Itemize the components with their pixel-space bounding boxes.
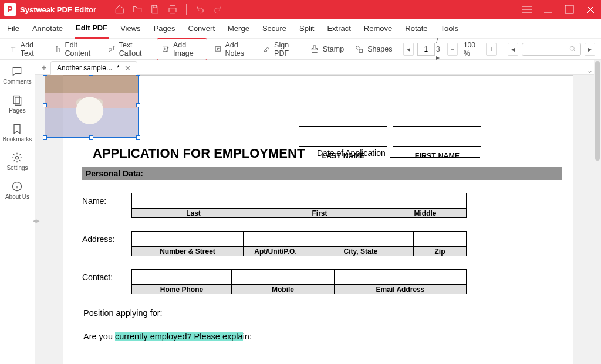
page-current-input[interactable]: [417, 43, 435, 56]
menubar: File Annotate Edit PDF Views Pages Conve…: [0, 19, 601, 39]
page-indicator: / 3 ▸: [417, 37, 444, 62]
page-total-label: / 3 ▸: [436, 37, 444, 62]
label-name: Name:: [82, 193, 131, 206]
tab-dirty-indicator: *: [117, 64, 120, 72]
menu-edit-pdf[interactable]: Edit PDF: [75, 19, 109, 39]
menu-convert[interactable]: Convert: [187, 19, 217, 38]
tab-overflow-button[interactable]: ⌄: [587, 66, 593, 74]
menu-annotate[interactable]: Annotate: [31, 19, 64, 38]
svg-point-6: [570, 46, 574, 50]
toolbar: Add Text Edit Content Text Callout Add I…: [0, 39, 601, 60]
label-contact: Contact:: [82, 269, 131, 282]
section-personal-data: Personal Data:: [82, 167, 562, 180]
selected-image[interactable]: [45, 75, 139, 138]
svg-point-9: [16, 157, 19, 159]
date-of-application: Date of Application: [317, 148, 480, 158]
document-area[interactable]: LAST NAMEFIRST NAME APPLICATION FOR EMPL…: [35, 75, 601, 364]
text-callout-button[interactable]: Text Callout: [104, 39, 153, 60]
contact-table: Home PhoneMobileEmail Address: [131, 269, 467, 294]
svg-rect-0: [565, 5, 573, 13]
minimize-button[interactable]: [541, 2, 555, 16]
rule-line: [83, 359, 553, 359]
svg-point-4: [356, 46, 359, 49]
resize-handle-ne[interactable]: [136, 75, 140, 76]
name-table: LastFirstMiddle: [131, 193, 467, 218]
page-down-button[interactable]: ▸: [585, 43, 595, 56]
home-icon[interactable]: [114, 4, 125, 15]
svg-rect-5: [359, 49, 362, 52]
new-tab-button[interactable]: +: [38, 62, 50, 74]
resize-handle-s[interactable]: [89, 135, 93, 140]
address-table: Number & StreetApt/Unit/P.O.City, StateZ…: [131, 231, 467, 256]
inserted-image: [45, 75, 138, 137]
sign-pdf-button[interactable]: Sign PDF: [259, 39, 303, 60]
tabbar: + Another sample... * ✕ ⌄: [35, 60, 601, 75]
edit-content-button[interactable]: Edit Content: [50, 39, 101, 60]
add-image-button[interactable]: Add Image: [157, 38, 207, 60]
menu-secure[interactable]: Secure: [261, 19, 288, 38]
app-logo: P: [4, 3, 16, 16]
save-icon[interactable]: [150, 4, 160, 15]
document-tab[interactable]: Another sample... * ✕: [50, 61, 137, 75]
open-icon[interactable]: [132, 4, 143, 15]
resize-handle-w[interactable]: [43, 103, 47, 107]
zoom-in-button[interactable]: +: [486, 43, 497, 56]
add-notes-button[interactable]: Add Notes: [211, 39, 256, 60]
shapes-button[interactable]: Shapes: [351, 42, 396, 56]
pdf-page: LAST NAMEFIRST NAME APPLICATION FOR EMPL…: [63, 75, 573, 364]
label-address: Address:: [82, 231, 131, 244]
sidebar-item-bookmarks[interactable]: Bookmarks: [2, 121, 32, 145]
page-prev-button[interactable]: ◂: [403, 43, 414, 56]
page-up-button[interactable]: ◂: [508, 43, 518, 56]
resize-handle-e[interactable]: [136, 103, 140, 107]
menu-rotate[interactable]: Rotate: [404, 19, 428, 38]
sidebar-item-comments[interactable]: Comments: [3, 63, 31, 87]
tab-close-button[interactable]: ✕: [124, 64, 131, 73]
undo-icon[interactable]: [195, 4, 205, 15]
maximize-button[interactable]: [562, 2, 576, 16]
resize-handle-nw[interactable]: [43, 75, 47, 76]
menu-file[interactable]: File: [6, 19, 21, 38]
menu-extract[interactable]: Extract: [326, 19, 352, 38]
highlighted-text: currently employed? Please expla: [115, 332, 243, 341]
resize-handle-sw[interactable]: [43, 135, 47, 140]
svg-rect-3: [215, 46, 221, 50]
zoom-out-button[interactable]: −: [447, 43, 458, 56]
panel-drag-handle[interactable]: ◂▸: [33, 217, 40, 224]
redo-icon[interactable]: [212, 4, 223, 15]
hamburger-icon[interactable]: [520, 2, 534, 16]
zoom-label: 100 %: [461, 41, 482, 57]
svg-rect-1: [163, 47, 167, 51]
scrollbar-thumb[interactable]: [595, 61, 600, 161]
scrollbar[interactable]: [594, 60, 601, 364]
currently-employed: Are you currently employed? Please expla…: [83, 332, 562, 341]
sidebar-item-about[interactable]: About Us: [5, 178, 29, 202]
print-icon[interactable]: [167, 4, 178, 15]
resize-handle-n[interactable]: [89, 75, 93, 76]
add-text-button[interactable]: Add Text: [6, 39, 47, 60]
app-title: Systweak PDF Editor: [20, 5, 96, 14]
tab-title: Another sample...: [57, 64, 112, 72]
close-button[interactable]: [583, 2, 597, 16]
menu-split[interactable]: Split: [298, 19, 315, 38]
menu-views[interactable]: Views: [119, 19, 141, 38]
sidebar: Comments Pages Bookmarks Settings About …: [0, 60, 35, 364]
sidebar-item-pages[interactable]: Pages: [9, 92, 25, 116]
stamp-button[interactable]: Stamp: [306, 42, 347, 56]
resize-handle-se[interactable]: [136, 135, 140, 140]
sidebar-item-settings[interactable]: Settings: [6, 149, 28, 174]
menu-merge[interactable]: Merge: [227, 19, 251, 38]
search-input[interactable]: [522, 43, 581, 56]
titlebar: P Systweak PDF Editor: [0, 0, 601, 19]
menu-tools[interactable]: Tools: [440, 19, 460, 38]
position-applying: Position applying for:: [83, 308, 562, 318]
menu-remove[interactable]: Remove: [363, 19, 393, 38]
menu-pages[interactable]: Pages: [153, 19, 177, 38]
